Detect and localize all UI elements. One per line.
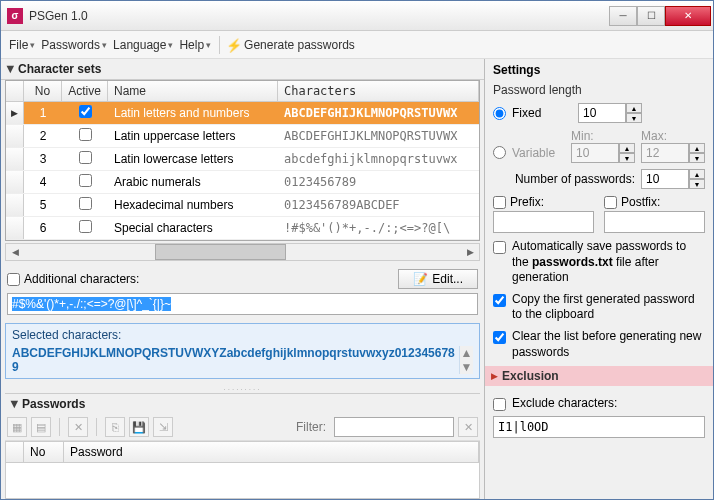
- minimize-button[interactable]: ─: [609, 6, 637, 26]
- autosave-label: Automatically save passwords to the pass…: [512, 239, 705, 286]
- table-row[interactable]: 6Special characters!#$%&'()*+,-./:;<=>?@…: [6, 217, 479, 240]
- app-icon: σ: [7, 8, 23, 24]
- right-pane: Settings Password length Fixed ▲▼ Variab…: [485, 59, 713, 499]
- table-row[interactable]: ▶1Latin letters and numbersABCDEFGHIJKLM…: [6, 102, 479, 125]
- spin-down-icon[interactable]: ▼: [626, 113, 642, 123]
- active-checkbox[interactable]: [79, 197, 92, 210]
- maximize-button[interactable]: ☐: [637, 6, 665, 26]
- active-checkbox[interactable]: [79, 105, 92, 118]
- col-name[interactable]: Name: [108, 81, 278, 101]
- scroll-left-icon[interactable]: ◀: [6, 247, 24, 257]
- cell-chars: 0123456789ABCDEF: [278, 195, 479, 215]
- vertical-scrollbar[interactable]: ▲▼: [459, 346, 473, 374]
- table-row[interactable]: 5Hexadecimal numbers0123456789ABCDEF: [6, 194, 479, 217]
- exclude-input[interactable]: [493, 416, 705, 438]
- cell-no: 2: [24, 126, 62, 146]
- active-checkbox[interactable]: [79, 220, 92, 233]
- cell-active[interactable]: [62, 148, 108, 170]
- table-row[interactable]: 3Latin lowercase lettersabcdefghijklmnop…: [6, 148, 479, 171]
- max-input[interactable]: [641, 143, 689, 163]
- cell-active[interactable]: [62, 171, 108, 193]
- additional-characters-checkbox[interactable]: [7, 273, 20, 286]
- close-button[interactable]: ✕: [665, 6, 711, 26]
- prefix-label: Prefix:: [510, 195, 544, 209]
- save-icon[interactable]: 💾: [129, 417, 149, 437]
- spin-up-icon[interactable]: ▲: [626, 103, 642, 113]
- export-icon[interactable]: ⇲: [153, 417, 173, 437]
- cell-name: Arabic numerals: [108, 172, 278, 192]
- scroll-right-icon[interactable]: ▶: [461, 247, 479, 257]
- cell-name: Latin uppercase letters: [108, 126, 278, 146]
- selected-characters-value: ABCDEFGHIJKLMNOPQRSTUVWXYZabcdefghijklmn…: [12, 346, 459, 374]
- edit-icon: 📝: [413, 272, 428, 286]
- cell-active[interactable]: [62, 102, 108, 124]
- filter-input[interactable]: [334, 417, 454, 437]
- active-checkbox[interactable]: [79, 128, 92, 141]
- col-no[interactable]: No: [24, 81, 62, 101]
- cell-name: Hexadecimal numbers: [108, 195, 278, 215]
- postfix-checkbox[interactable]: [604, 196, 617, 209]
- clear-filter-icon[interactable]: ✕: [458, 417, 478, 437]
- passwords-list: [5, 463, 480, 499]
- cell-active[interactable]: [62, 125, 108, 147]
- bolt-icon: ⚡: [226, 38, 240, 52]
- titlebar: σ PSGen 1.0 ─ ☐ ✕: [1, 1, 713, 31]
- horizontal-scrollbar[interactable]: ◀ ▶: [5, 243, 480, 261]
- num-passwords-input[interactable]: [641, 169, 689, 189]
- copy-first-checkbox[interactable]: [493, 294, 506, 307]
- clear-list-label: Clear the list before generating new pas…: [512, 329, 705, 360]
- menu-file[interactable]: File▾: [7, 35, 37, 55]
- cell-active[interactable]: [62, 194, 108, 216]
- passwords-header: ▶ Passwords: [5, 394, 480, 414]
- prefix-checkbox[interactable]: [493, 196, 506, 209]
- clear-list-checkbox[interactable]: [493, 331, 506, 344]
- postfix-label: Postfix:: [621, 195, 660, 209]
- row-marker: [6, 125, 24, 147]
- table-row[interactable]: 4Arabic numerals0123456789: [6, 171, 479, 194]
- cell-name: Latin lowercase letters: [108, 149, 278, 169]
- splitter-handle[interactable]: ·········: [1, 385, 484, 393]
- character-sets-grid: No Active Name Characters ▶1Latin letter…: [5, 80, 480, 241]
- autosave-checkbox[interactable]: [493, 241, 506, 254]
- fixed-length-input[interactable]: [578, 103, 626, 123]
- variable-label: Variable: [512, 146, 565, 160]
- col-pw-password[interactable]: Password: [64, 442, 479, 462]
- num-passwords-stepper[interactable]: ▲▼: [641, 169, 705, 189]
- menu-help[interactable]: Help▾: [177, 35, 213, 55]
- grid-icon[interactable]: ▦: [7, 417, 27, 437]
- col-active[interactable]: Active: [62, 81, 108, 101]
- num-passwords-label: Number of passwords:: [515, 172, 635, 186]
- grid2-icon[interactable]: ▤: [31, 417, 51, 437]
- max-stepper[interactable]: ▲▼: [641, 143, 705, 163]
- menu-language[interactable]: Language▾: [111, 35, 175, 55]
- password-length-label: Password length: [493, 83, 705, 97]
- scroll-thumb[interactable]: [155, 244, 286, 260]
- exclude-checkbox[interactable]: [493, 398, 506, 411]
- filter-label: Filter:: [296, 420, 326, 434]
- triangle-icon: ▶: [491, 371, 498, 381]
- fixed-radio[interactable]: [493, 107, 506, 120]
- col-pw-no[interactable]: No: [24, 442, 64, 462]
- active-checkbox[interactable]: [79, 151, 92, 164]
- active-checkbox[interactable]: [79, 174, 92, 187]
- cell-chars: ABCDEFGHIJKLMNOPQRSTUVWX: [278, 126, 479, 146]
- min-stepper[interactable]: ▲▼: [571, 143, 635, 163]
- prefix-input[interactable]: [493, 211, 594, 233]
- cell-active[interactable]: [62, 217, 108, 239]
- menu-passwords[interactable]: Passwords▾: [39, 35, 109, 55]
- postfix-input[interactable]: [604, 211, 705, 233]
- selected-characters-label: Selected characters:: [12, 328, 473, 342]
- separator: [219, 36, 220, 54]
- fixed-length-stepper[interactable]: ▲▼: [578, 103, 642, 123]
- variable-radio[interactable]: [493, 146, 506, 159]
- exclusion-header[interactable]: ▶ Exclusion: [485, 366, 713, 386]
- col-characters[interactable]: Characters: [278, 81, 479, 101]
- copy-icon[interactable]: ⎘: [105, 417, 125, 437]
- delete-icon[interactable]: ✕: [68, 417, 88, 437]
- min-input[interactable]: [571, 143, 619, 163]
- additional-characters-input[interactable]: #$%&'()*+,-./:;<=>?@[\]^_`{|}~: [7, 293, 478, 315]
- generate-passwords-button[interactable]: Generate passwords: [242, 35, 357, 55]
- table-row[interactable]: 2Latin uppercase lettersABCDEFGHIJKLMNOP…: [6, 125, 479, 148]
- edit-button[interactable]: 📝 Edit...: [398, 269, 478, 289]
- cell-chars: !#$%&'()*+,-./:;<=>?@[\: [278, 218, 479, 238]
